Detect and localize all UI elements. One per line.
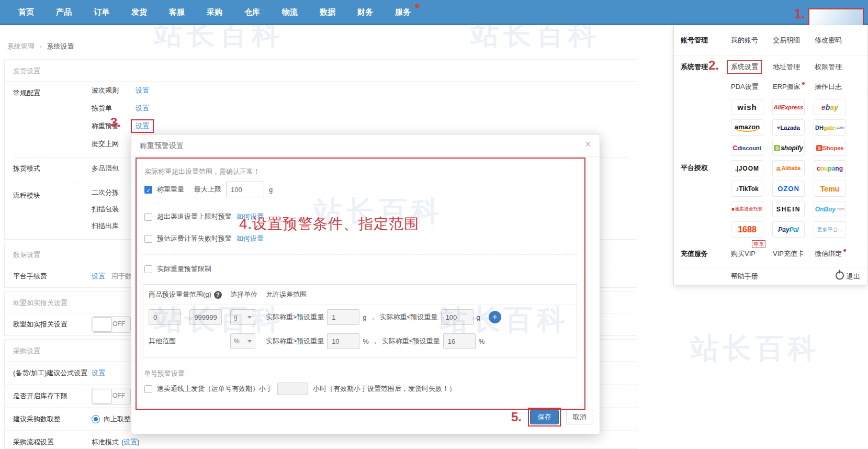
platform-cdiscount[interactable]: Cdiscount [731,140,763,156]
nav-item-发货[interactable]: 发货 [120,0,158,24]
picking-list-setting-link[interactable]: 设置 [136,104,149,113]
platform-onbuy[interactable]: OnBuy.com [814,201,846,217]
platform-aliexpress[interactable]: AliExpress [772,99,805,115]
save-button[interactable]: 保存 [530,410,559,424]
platform-alibaba[interactable]: a. Alibaba [772,160,805,176]
eu-customs-toggle[interactable]: OFF [92,316,131,333]
menu-item-help-manual[interactable]: 帮助手册 [731,272,758,281]
nav-item-物流[interactable]: 物流 [271,0,309,24]
platform-fee-setting-link[interactable]: 设置 [92,272,105,281]
menu-item-buy-vip[interactable]: 购买VIP尊享 [731,249,756,259]
platform-paypal[interactable]: PayPal [772,221,805,238]
nav-item-首页[interactable]: 首页 [7,0,45,24]
menu-item-change-password[interactable]: 修改密码 [815,36,842,45]
user-account-box[interactable] [808,8,864,27]
platform-shein[interactable]: SHEIN [772,201,805,217]
menu-item-system-settings[interactable]: 系统设置 [727,60,762,74]
dhgate-logo-text: DH [815,125,824,131]
actual-weight-limit-row: 实际重量预警限制 [144,264,211,274]
platform-amazon[interactable]: amazon [731,119,763,136]
alibaba-logo-text: Alibaba [782,165,801,171]
chevron-down-icon [247,316,252,319]
annotation-step-5: 5. [511,410,522,424]
logout-button[interactable]: 退出 [836,271,860,281]
actual-weight-limit-checkbox[interactable] [144,265,152,273]
annotation-red-frame: 保存 [528,408,561,426]
paypal-logo-text: Pal [790,226,799,233]
platform-wish[interactable]: wish [731,99,763,115]
tracking-validity-checkbox[interactable] [144,385,152,393]
stock-lower-limit-toggle[interactable]: OFF [92,388,131,405]
modal-title: 称重预警设置 [131,134,600,157]
menu-item-erp-move[interactable]: ERP搬家 [773,82,805,92]
unit-select[interactable]: g [230,309,255,325]
range-from-input[interactable] [149,309,181,325]
menu-item-vip-recharge-card[interactable]: VIP充值卡 [773,249,804,259]
nav-item-客服[interactable]: 客服 [158,0,196,24]
channel-limit-checkbox[interactable] [144,213,152,221]
menu-item-transaction-details[interactable]: 交易明细 [773,36,800,45]
nav-item-财务[interactable]: 财务 [346,0,384,24]
platform-dhgate[interactable]: DHgate.com [814,119,846,136]
watermark: 站长百科 [691,330,820,368]
platform-shopee[interactable]: S Shopee [814,140,846,156]
freight-fail-checkbox[interactable] [144,235,152,243]
nav-item-产品[interactable]: 产品 [45,0,83,24]
weighing-weight-checkbox[interactable] [144,186,152,194]
platform-joom[interactable]: .| JOOM [731,160,763,176]
round-up-radio[interactable] [92,415,100,423]
platform-more-platforms[interactable]: 更多平台... [814,221,846,238]
platform-tiktok[interactable]: ♪ TikTok [731,181,763,197]
tracking-validity-row: 速卖通线上发货（运单号有效期）小于 小时（有效期小于设置范围后，发货时失败！） [144,383,456,395]
nav-item-数据[interactable]: 数据 [309,0,346,24]
nav-item-服务[interactable]: 服务 [384,0,422,24]
ebay-logo-text: e [821,103,826,111]
range-to-input[interactable] [189,309,222,325]
cancel-button[interactable]: 取消 [566,410,593,424]
system-management-row: 系统管理 2. 系统设置 地址管理 权限管理 [674,55,867,79]
platform-lazada[interactable]: ♥ Lazada [772,119,805,136]
help-icon[interactable]: ? [214,291,222,299]
menu-item-permission-management[interactable]: 权限管理 [815,62,842,72]
le-tolerance-input[interactable] [443,333,476,349]
nav-item-订单[interactable]: 订单 [83,0,120,24]
vip-badge: 尊享 [752,240,765,248]
platform-temu[interactable]: Temu [814,181,846,197]
le-tolerance-input[interactable] [441,309,474,325]
tracking-warning-section-title: 单号预警设置 [144,369,185,378]
add-range-button[interactable]: + [489,311,501,323]
platform-shopify[interactable]: S shopify [772,140,805,156]
platform-aliexpress-choice[interactable]: ■ 速卖通全托管 [731,201,763,217]
close-icon[interactable]: × [585,139,591,149]
platform-1688[interactable]: 1688 [731,221,763,238]
dhgate-logo-text: gate [824,125,836,131]
nav-item-仓库[interactable]: 仓库 [233,0,271,24]
max-weight-input[interactable] [226,182,264,197]
platform-ebay[interactable]: ebay [814,99,846,115]
menu-item-wechat-binding[interactable]: 微信绑定 [815,249,846,259]
unit-select[interactable]: % [230,333,255,349]
ge-tolerance-input[interactable] [327,333,359,349]
platform-grid: wishAliExpressebayamazon♥ LazadaDHgate.c… [731,99,845,238]
suggest-formula-setting-link[interactable]: 设置 [92,368,105,378]
breadcrumb-current: 系统设置 [47,42,74,50]
how-to-set-link[interactable]: 如何设置 [236,234,264,243]
menu-item-my-account[interactable]: 我的账号 [731,36,758,45]
menu-item-pda-settings[interactable]: PDA设置 [731,82,759,92]
platform-coupang[interactable]: coupang [814,160,846,176]
validity-hours-input[interactable] [277,383,308,395]
nav-item-采购[interactable]: 采购 [196,0,233,24]
divider [143,254,578,255]
modal-footer: 5. 保存 取消 [511,408,593,426]
weighing-warning-setting-link[interactable]: 设置 [131,119,154,133]
menu-item-address-management[interactable]: 地址管理 [773,62,800,72]
platform-ozon[interactable]: OZON [772,181,805,197]
power-icon [836,271,844,279]
purchase-flow-setting-link[interactable]: 设置 [123,437,137,447]
ozon-logo-text: OZON [777,185,799,193]
ge-tolerance-input[interactable] [327,309,359,325]
menu-item-operation-log[interactable]: 操作日志 [815,82,842,92]
wave-rule-setting-link[interactable]: 设置 [136,86,149,95]
joom-logo-text: .| [735,165,739,172]
breadcrumb-parent[interactable]: 系统管理 [7,42,35,50]
